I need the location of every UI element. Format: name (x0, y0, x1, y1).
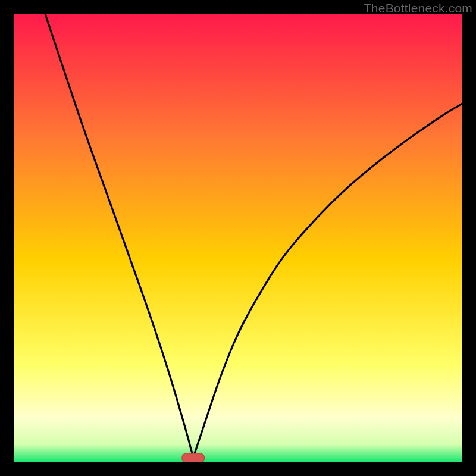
watermark-text: TheBottleneck.com (364, 1, 472, 15)
chart-frame (14, 14, 462, 462)
chart-svg (14, 14, 462, 462)
gradient-background (14, 14, 462, 462)
optimum-marker (182, 453, 205, 462)
